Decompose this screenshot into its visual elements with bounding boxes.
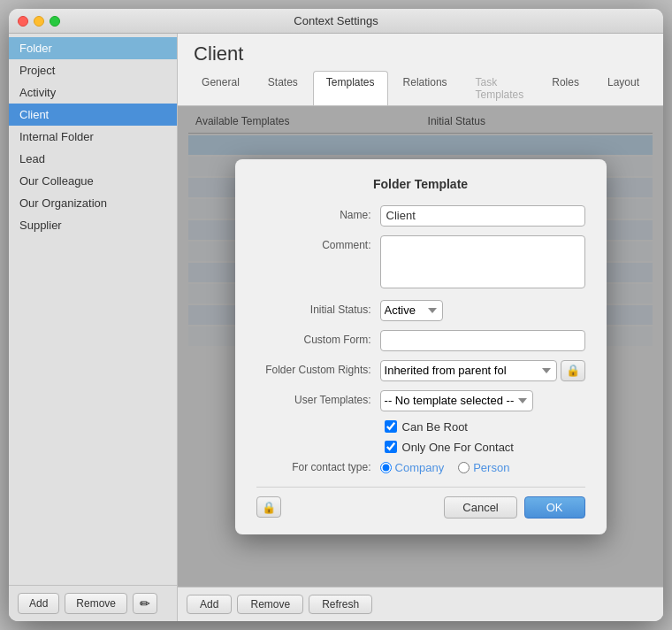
modal-lock-button[interactable]: 🔒 [256,496,281,518]
radio-person-label[interactable]: Person [473,461,509,474]
folder-custom-rights-row: Folder Custom Rights: Inherited from par… [256,360,585,381]
name-label: Name: [256,205,380,221]
user-templates-label: User Templates: [256,390,380,406]
tab-states[interactable]: States [255,71,311,105]
contact-type-row: For contact type: Company Person [256,461,585,474]
tab-layout[interactable]: Layout [594,71,653,105]
comment-field-wrapper [380,235,585,291]
tab-task-templates: Task Templates [462,71,538,105]
custom-form-label: Custom Form: [256,330,380,346]
custom-form-row: Custom Form: [256,330,585,351]
name-input[interactable] [380,205,585,227]
folder-template-modal: Folder Template Name: Comment: [235,159,607,534]
name-row: Name: [256,205,585,227]
maximize-button[interactable] [50,16,60,27]
tabs-bar: General States Templates Relations Task … [178,71,663,106]
radio-person[interactable]: Person [458,461,509,474]
initial-status-label: Initial Status: [256,300,380,316]
radio-company-label[interactable]: Company [395,461,445,474]
contact-type-label: For contact type: [256,461,380,473]
sidebar-item-internal-folder[interactable]: Internal Folder [9,126,177,148]
only-one-for-contact-row: Only One For Contact [256,441,585,454]
comment-label: Comment: [256,235,380,251]
main-refresh-button[interactable]: Refresh [309,595,372,614]
modal-footer-left: 🔒 [256,496,281,518]
sidebar-add-button[interactable]: Add [18,593,59,614]
cancel-button[interactable]: Cancel [444,496,516,519]
sidebar-item-project[interactable]: Project [9,59,177,81]
comment-textarea[interactable] [380,235,585,288]
modal-lock-icon: 🔒 [262,501,276,514]
sidebar-remove-button[interactable]: Remove [65,593,127,614]
radio-person-input[interactable] [458,462,470,473]
radio-company[interactable]: Company [380,461,445,474]
edit-icon: ✏ [140,596,150,611]
sidebar-item-lead[interactable]: Lead [9,148,177,170]
only-one-for-contact-checkbox[interactable] [385,441,397,453]
sidebar-edit-button[interactable]: ✏ [133,593,157,614]
main-footer: Add Remove Refresh [178,587,663,621]
tab-general[interactable]: General [188,71,253,105]
main-header: Client [178,34,663,71]
ok-button[interactable]: OK [524,496,585,519]
modal-footer-right: Cancel OK [444,496,584,519]
modal-title: Folder Template [256,177,585,191]
comment-row: Comment: [256,235,585,291]
folder-custom-rights-select[interactable]: Inherited from parent fol Custom [380,360,557,381]
minimize-button[interactable] [34,16,44,27]
content-area: Available Templates Initial Status [178,106,663,587]
name-field-wrapper [380,205,585,227]
page-title: Client [194,42,647,65]
lock-button[interactable]: 🔒 [561,360,585,381]
sidebar-item-our-organization[interactable]: Our Organization [9,192,177,214]
folder-rights-wrapper: Inherited from parent fol Custom 🔒 [380,360,585,381]
can-be-root-checkbox[interactable] [385,420,397,433]
tab-templates[interactable]: Templates [313,71,388,105]
sidebar-item-folder[interactable]: Folder [9,37,177,59]
traffic-lights [18,16,60,27]
radio-company-input[interactable] [380,462,392,473]
modal-footer: 🔒 Cancel OK [256,487,585,519]
sidebar-list: Folder Project Activity Client Internal … [9,34,177,585]
window-body: Folder Project Activity Client Internal … [9,34,663,621]
initial-status-field-wrapper: Active Inactive [380,300,585,321]
user-templates-row: User Templates: -- No template selected … [256,390,585,411]
sidebar-item-activity[interactable]: Activity [9,81,177,104]
sidebar-item-our-colleague[interactable]: Our Colleague [9,170,177,192]
sidebar-item-client[interactable]: Client [9,104,177,126]
can-be-root-row: Can Be Root [256,420,585,434]
can-be-root-label[interactable]: Can Be Root [402,420,468,434]
sidebar: Folder Project Activity Client Internal … [9,34,178,621]
tab-relations[interactable]: Relations [390,71,461,105]
initial-status-row: Initial Status: Active Inactive [256,300,585,321]
radio-options: Company Person [380,461,510,474]
only-one-for-contact-label[interactable]: Only One For Contact [402,441,514,454]
tab-roles[interactable]: Roles [538,71,592,105]
title-bar: Context Settings [9,9,663,34]
user-templates-field-wrapper: -- No template selected -- [380,390,585,411]
custom-form-field-wrapper [380,330,585,351]
main-content: Client General States Templates Relation… [178,34,663,621]
custom-form-input[interactable] [380,330,585,351]
folder-custom-rights-label: Folder Custom Rights: [256,360,380,376]
modal-overlay: Folder Template Name: Comment: [178,106,663,587]
lock-icon: 🔒 [566,364,580,377]
main-remove-button[interactable]: Remove [237,595,303,614]
window-title: Context Settings [294,14,378,27]
sidebar-footer: Add Remove ✏ [9,585,177,621]
close-button[interactable] [18,16,28,27]
folder-custom-rights-field-wrapper: Inherited from parent fol Custom 🔒 [380,360,585,381]
main-add-button[interactable]: Add [187,595,232,614]
sidebar-item-supplier[interactable]: Supplier [9,214,177,236]
main-window: Context Settings Folder Project Activity… [9,9,663,621]
user-templates-select[interactable]: -- No template selected -- [380,390,533,411]
initial-status-select[interactable]: Active Inactive [380,300,443,321]
